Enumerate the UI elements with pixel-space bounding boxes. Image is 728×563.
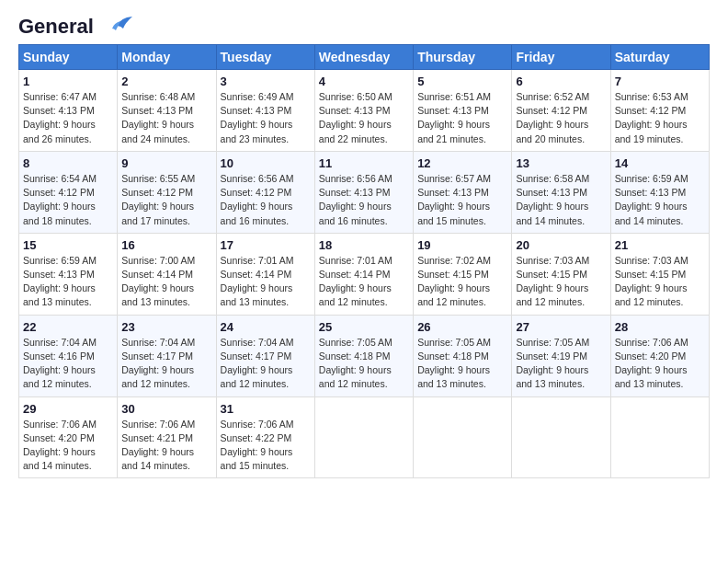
day-number: 29 (23, 402, 113, 416)
calendar-week-1: 1 Sunrise: 6:47 AM Sunset: 4:13 PM Dayli… (19, 70, 710, 152)
sunset-label: Sunset: 4:13 PM (23, 269, 95, 280)
calendar-cell: 10 Sunrise: 6:56 AM Sunset: 4:12 PM Dayl… (216, 151, 314, 233)
sunset-label: Sunset: 4:13 PM (615, 187, 687, 198)
day-info: Sunrise: 7:05 AM Sunset: 4:18 PM Dayligh… (319, 336, 409, 392)
weekday-header-saturday: Saturday (610, 45, 709, 70)
daylight-label: Daylight: 9 hours and 16 minutes. (319, 201, 392, 225)
sunset-label: Sunset: 4:12 PM (121, 187, 193, 198)
sunset-label: Sunset: 4:13 PM (417, 187, 489, 198)
sunset-label: Sunset: 4:13 PM (121, 105, 193, 116)
sunrise-label: Sunrise: 6:49 AM (221, 91, 294, 102)
sunrise-label: Sunrise: 6:57 AM (417, 173, 491, 184)
daylight-label: Daylight: 9 hours and 14 minutes. (516, 201, 588, 225)
calendar-cell: 13 Sunrise: 6:58 AM Sunset: 4:13 PM Dayl… (512, 151, 610, 233)
daylight-label: Daylight: 9 hours and 12 minutes. (615, 282, 688, 307)
day-number: 16 (121, 238, 211, 252)
logo-bird-icon (97, 16, 132, 36)
day-number: 26 (417, 320, 507, 334)
sunset-label: Sunset: 4:16 PM (23, 350, 95, 362)
calendar-cell (610, 396, 709, 478)
daylight-label: Daylight: 9 hours and 14 minutes. (615, 201, 688, 225)
calendar-cell: 21 Sunrise: 7:03 AM Sunset: 4:15 PM Dayl… (610, 233, 709, 315)
sunset-label: Sunset: 4:15 PM (615, 269, 687, 280)
sunset-label: Sunset: 4:14 PM (121, 269, 193, 280)
day-info: Sunrise: 7:06 AM Sunset: 4:21 PM Dayligh… (121, 418, 211, 474)
calendar-cell (414, 396, 512, 478)
daylight-label: Daylight: 9 hours and 13 minutes. (516, 364, 588, 389)
sunrise-label: Sunrise: 7:02 AM (417, 255, 491, 266)
day-info: Sunrise: 6:50 AM Sunset: 4:13 PM Dayligh… (319, 90, 409, 146)
calendar-cell: 7 Sunrise: 6:53 AM Sunset: 4:12 PM Dayli… (610, 70, 709, 152)
day-info: Sunrise: 6:56 AM Sunset: 4:12 PM Dayligh… (221, 172, 311, 228)
day-number: 22 (23, 320, 113, 334)
day-number: 9 (121, 156, 211, 170)
daylight-label: Daylight: 9 hours and 13 minutes. (615, 364, 688, 389)
calendar-cell: 27 Sunrise: 7:05 AM Sunset: 4:19 PM Dayl… (512, 315, 610, 396)
calendar-week-5: 29 Sunrise: 7:06 AM Sunset: 4:20 PM Dayl… (19, 396, 710, 478)
daylight-label: Daylight: 9 hours and 18 minutes. (23, 201, 96, 225)
day-number: 15 (23, 238, 113, 252)
calendar-cell: 9 Sunrise: 6:55 AM Sunset: 4:12 PM Dayli… (118, 151, 216, 233)
day-info: Sunrise: 7:06 AM Sunset: 4:20 PM Dayligh… (23, 418, 113, 474)
weekday-header-sunday: Sunday (19, 45, 118, 70)
sunrise-label: Sunrise: 7:05 AM (319, 337, 392, 348)
day-info: Sunrise: 6:48 AM Sunset: 4:13 PM Dayligh… (121, 90, 211, 146)
day-number: 17 (221, 238, 311, 252)
day-number: 23 (121, 320, 211, 334)
sunset-label: Sunset: 4:13 PM (319, 105, 391, 116)
sunset-label: Sunset: 4:20 PM (23, 432, 95, 443)
sunrise-label: Sunrise: 6:51 AM (417, 91, 491, 102)
sunset-label: Sunset: 4:18 PM (319, 350, 391, 362)
sunset-label: Sunset: 4:12 PM (221, 187, 292, 198)
day-info: Sunrise: 7:05 AM Sunset: 4:18 PM Dayligh… (417, 336, 507, 392)
sunset-label: Sunset: 4:14 PM (221, 269, 292, 280)
calendar-week-2: 8 Sunrise: 6:54 AM Sunset: 4:12 PM Dayli… (19, 151, 710, 233)
sunset-label: Sunset: 4:12 PM (615, 105, 687, 116)
sunrise-label: Sunrise: 6:59 AM (615, 173, 688, 184)
day-info: Sunrise: 6:57 AM Sunset: 4:13 PM Dayligh… (417, 172, 507, 228)
weekday-header-wednesday: Wednesday (314, 45, 413, 70)
daylight-label: Daylight: 9 hours and 26 minutes. (23, 119, 96, 144)
sunset-label: Sunset: 4:13 PM (23, 105, 95, 116)
sunrise-label: Sunrise: 7:06 AM (615, 337, 688, 348)
day-info: Sunrise: 7:05 AM Sunset: 4:19 PM Dayligh… (516, 336, 606, 392)
daylight-label: Daylight: 9 hours and 12 minutes. (319, 282, 392, 307)
sunrise-label: Sunrise: 7:03 AM (615, 255, 688, 266)
sunrise-label: Sunrise: 7:04 AM (121, 337, 195, 348)
calendar-cell: 14 Sunrise: 6:59 AM Sunset: 4:13 PM Dayl… (610, 151, 709, 233)
day-number: 19 (417, 238, 507, 252)
day-info: Sunrise: 7:03 AM Sunset: 4:15 PM Dayligh… (516, 254, 606, 310)
sunrise-label: Sunrise: 6:55 AM (121, 173, 195, 184)
day-number: 14 (615, 156, 705, 170)
day-number: 7 (615, 75, 705, 88)
sunset-label: Sunset: 4:14 PM (319, 269, 391, 280)
calendar-cell (512, 396, 610, 478)
calendar-cell: 19 Sunrise: 7:02 AM Sunset: 4:15 PM Dayl… (414, 233, 512, 315)
day-info: Sunrise: 7:03 AM Sunset: 4:15 PM Dayligh… (615, 254, 705, 310)
daylight-label: Daylight: 9 hours and 23 minutes. (221, 119, 293, 144)
day-number: 20 (516, 238, 606, 252)
calendar-header-row: SundayMondayTuesdayWednesdayThursdayFrid… (19, 45, 710, 70)
sunset-label: Sunset: 4:20 PM (615, 350, 687, 362)
weekday-header-friday: Friday (512, 45, 610, 70)
daylight-label: Daylight: 9 hours and 21 minutes. (417, 119, 490, 144)
calendar-cell: 2 Sunrise: 6:48 AM Sunset: 4:13 PM Dayli… (118, 70, 216, 152)
sunset-label: Sunset: 4:12 PM (516, 105, 587, 116)
sunrise-label: Sunrise: 7:06 AM (221, 419, 294, 430)
sunrise-label: Sunrise: 7:01 AM (319, 255, 392, 266)
weekday-header-tuesday: Tuesday (216, 45, 314, 70)
day-number: 13 (516, 156, 606, 170)
daylight-label: Daylight: 9 hours and 13 minutes. (221, 282, 293, 307)
day-number: 11 (319, 156, 409, 170)
calendar-cell: 4 Sunrise: 6:50 AM Sunset: 4:13 PM Dayli… (314, 70, 413, 152)
day-info: Sunrise: 6:59 AM Sunset: 4:13 PM Dayligh… (23, 254, 113, 310)
calendar-cell: 29 Sunrise: 7:06 AM Sunset: 4:20 PM Dayl… (19, 396, 118, 478)
weekday-header-monday: Monday (118, 45, 216, 70)
calendar-cell: 20 Sunrise: 7:03 AM Sunset: 4:15 PM Dayl… (512, 233, 610, 315)
day-number: 3 (221, 75, 311, 88)
daylight-label: Daylight: 9 hours and 12 minutes. (221, 364, 293, 389)
day-info: Sunrise: 7:04 AM Sunset: 4:17 PM Dayligh… (221, 336, 311, 392)
daylight-label: Daylight: 9 hours and 15 minutes. (221, 446, 293, 471)
day-info: Sunrise: 6:51 AM Sunset: 4:13 PM Dayligh… (417, 90, 507, 146)
sunrise-label: Sunrise: 7:00 AM (121, 255, 195, 266)
